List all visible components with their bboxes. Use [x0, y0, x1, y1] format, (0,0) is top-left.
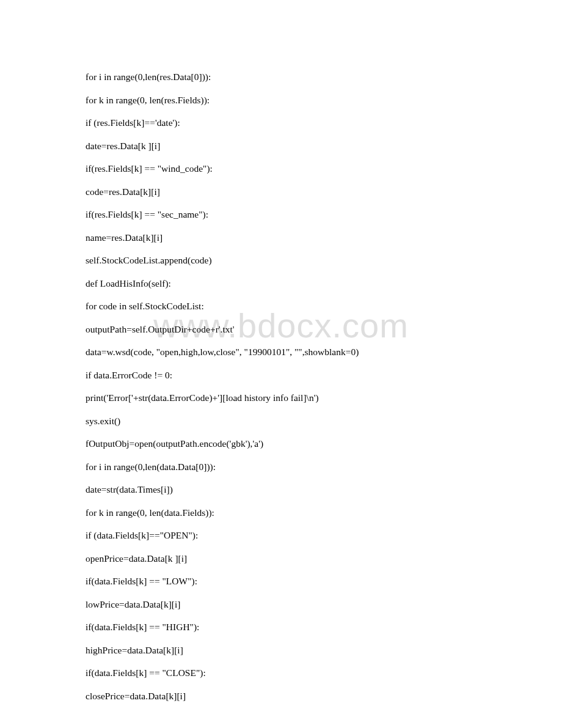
code-line: lowPrice=data.Data[k][i]	[86, 600, 476, 609]
code-line: fOutputObj=open(outputPath.encode('gbk')…	[86, 439, 476, 449]
code-line: for k in range(0, len(data.Fields)):	[86, 508, 476, 518]
code-line: for i in range(0,len(data.Data[0])):	[86, 462, 476, 472]
code-line: name=res.Data[k][i]	[86, 233, 476, 243]
code-line: data=w.wsd(code, "open,high,low,close", …	[86, 347, 476, 357]
code-line: if(res.Fields[k] == "sec_name"):	[86, 210, 476, 219]
code-line: if(data.Fields[k] == "HIGH"):	[86, 622, 476, 632]
code-line: for code in self.StockCodeList:	[86, 301, 476, 311]
code-line: if(data.Fields[k] == "LOW"):	[86, 576, 476, 586]
code-content: for i in range(0,len(res.Data[0])): for …	[86, 72, 476, 714]
code-line: sys.exit()	[86, 416, 476, 426]
code-line: date=res.Data[k ][i]	[86, 141, 476, 151]
code-line: if (data.Fields[k]=="OPEN"):	[86, 531, 476, 540]
code-line: closePrice=data.Data[k][i]	[86, 691, 476, 701]
code-line: for k in range(0, len(res.Fields)):	[86, 95, 476, 105]
code-line: outputPath=self.OutputDir+code+r'.txt'	[86, 325, 476, 334]
code-line: for i in range(0,len(res.Data[0])):	[86, 72, 476, 82]
code-line: if data.ErrorCode != 0:	[86, 370, 476, 380]
code-line: if(data.Fields[k] == "CLOSE"):	[86, 668, 476, 678]
code-line: if (res.Fields[k]=='date'):	[86, 118, 476, 128]
code-line: if(res.Fields[k] == "wind_code"):	[86, 164, 476, 174]
code-line: print('Error['+str(data.ErrorCode)+'][lo…	[86, 393, 476, 403]
code-line: def LoadHisInfo(self):	[86, 279, 476, 289]
code-line: highPrice=data.Data[k][i]	[86, 645, 476, 655]
code-line: code=res.Data[k][i]	[86, 187, 476, 197]
code-line: openPrice=data.Data[k ][i]	[86, 554, 476, 564]
code-line: self.StockCodeList.append(code)	[86, 256, 476, 265]
code-line: date=str(data.Times[i])	[86, 485, 476, 495]
